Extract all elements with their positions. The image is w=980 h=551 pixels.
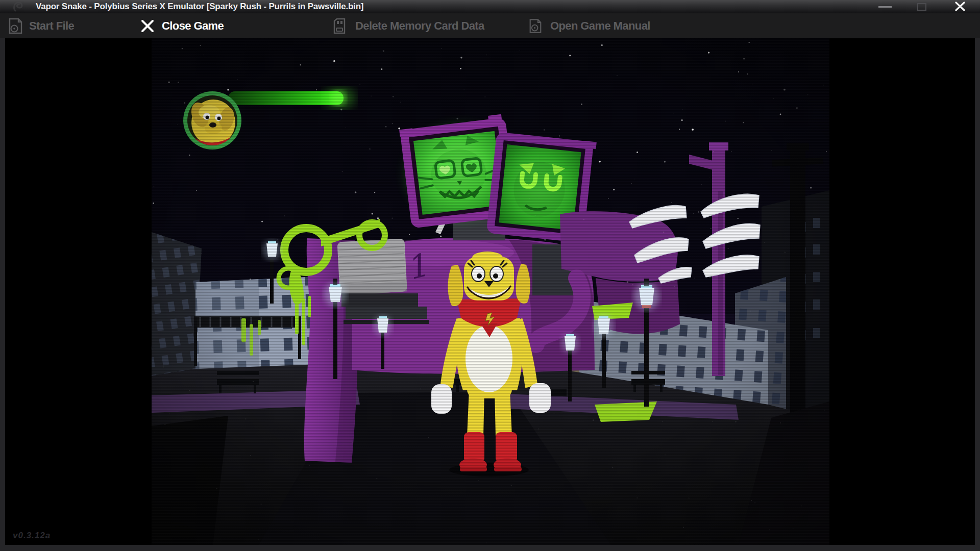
toolbar-label: Open Game Manual — [550, 19, 650, 33]
title-bar: Vapor Snake - Polybius Series X Emulator… — [0, 0, 980, 13]
maximize-button[interactable] — [917, 3, 926, 11]
window-border-bottom — [0, 545, 980, 551]
toolbar-item-open-manual[interactable]: Open Game Manual — [529, 13, 650, 39]
close-x-icon — [141, 19, 154, 33]
minimize-button[interactable] — [878, 6, 892, 8]
toolbar-item-start-file[interactable]: Start File — [8, 13, 74, 39]
memory-card-icon — [333, 18, 346, 34]
window-border-left — [0, 38, 5, 551]
toolbar-label: Close Game — [162, 19, 224, 33]
window-border-right — [975, 38, 980, 551]
game-manual-icon — [529, 18, 542, 34]
window-title: Vapor Snake - Polybius Series X Emulator… — [36, 0, 363, 13]
close-window-button[interactable] — [953, 1, 967, 12]
toolbar-label: Delete Memory Card Data — [355, 19, 484, 33]
toolbar-item-delete-memory-card[interactable]: Delete Memory Card Data — [333, 13, 484, 39]
emulator-version: v0.3.12a — [13, 531, 51, 541]
disc-file-icon — [8, 18, 23, 34]
game-viewport[interactable]: 0.1 — [152, 38, 829, 545]
emulator-window: Vapor Snake - Polybius Series X Emulator… — [0, 0, 980, 551]
toolbar: Start File Close Game Delete Memory Card… — [0, 13, 980, 39]
vignette — [152, 38, 829, 545]
toolbar-item-close-game[interactable]: Close Game — [141, 13, 224, 39]
app-icon — [11, 1, 26, 12]
game-scene: 0.1 — [152, 38, 829, 545]
toolbar-label: Start File — [29, 19, 74, 33]
